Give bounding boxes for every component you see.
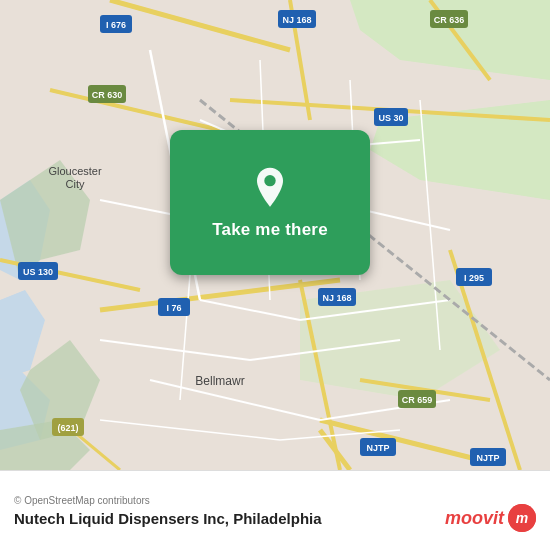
svg-text:NJ 168: NJ 168 [282,15,311,25]
svg-text:I 676: I 676 [106,20,126,30]
svg-text:CR 636: CR 636 [434,15,465,25]
cta-card[interactable]: Take me there [170,130,370,275]
svg-text:US 30: US 30 [378,113,403,123]
svg-text:I 295: I 295 [464,273,484,283]
svg-text:Bellmawr: Bellmawr [195,374,244,388]
svg-text:NJTP: NJTP [366,443,389,453]
svg-text:NJTP: NJTP [476,453,499,463]
svg-text:I 76: I 76 [166,303,181,313]
bottom-bar: © OpenStreetMap contributors Nutech Liqu… [0,470,550,550]
svg-point-71 [264,174,275,185]
svg-text:(621): (621) [57,423,78,433]
svg-text:NJ 168: NJ 168 [322,293,351,303]
moovit-logo: moovit m [445,504,536,532]
svg-text:m: m [516,510,528,526]
moovit-text: moovit [445,508,504,529]
take-me-there-button[interactable]: Take me there [212,220,328,240]
svg-text:City: City [66,178,85,190]
svg-text:CR 630: CR 630 [92,90,123,100]
moovit-icon: m [508,504,536,532]
svg-text:CR 659: CR 659 [402,395,433,405]
svg-text:US 130: US 130 [23,267,53,277]
location-pin-icon [248,166,292,210]
svg-text:Gloucester: Gloucester [48,165,102,177]
